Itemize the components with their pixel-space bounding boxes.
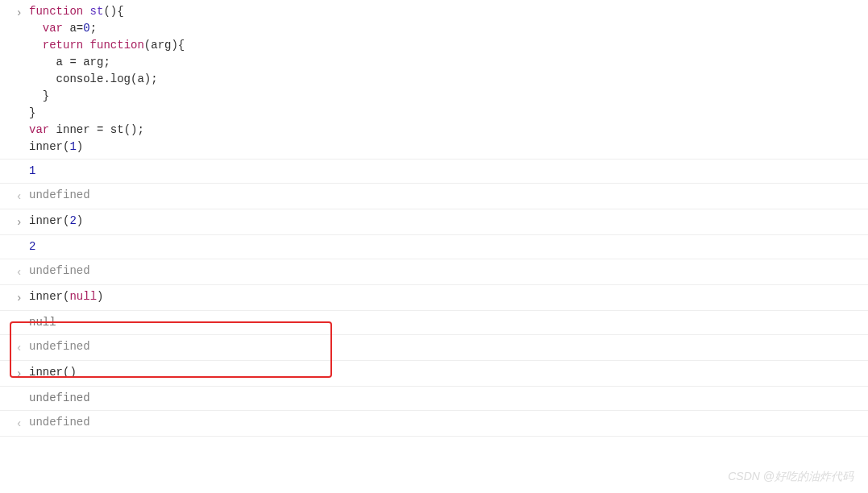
code-text: a = arg; bbox=[29, 56, 110, 68]
input-marker-icon bbox=[0, 364, 29, 383]
console-input-row[interactable]: inner() bbox=[0, 361, 868, 387]
output-marker-icon bbox=[0, 338, 29, 357]
punct: ) bbox=[77, 140, 83, 153]
blank-marker bbox=[0, 314, 29, 331]
keyword-var: var bbox=[29, 123, 49, 136]
keyword-var: var bbox=[29, 22, 63, 35]
console-return-row: undefined bbox=[0, 335, 868, 361]
number: 1 bbox=[69, 140, 76, 153]
punct: (arg){ bbox=[144, 39, 185, 52]
log-output: undefined bbox=[29, 390, 868, 407]
identifier: st bbox=[83, 5, 103, 18]
log-output: 1 bbox=[29, 163, 868, 180]
console-return-row: undefined bbox=[0, 184, 868, 209]
output-marker-icon bbox=[0, 263, 29, 281]
input-marker-icon bbox=[0, 3, 29, 155]
code-text: } bbox=[29, 89, 49, 102]
code-block: inner(2) bbox=[29, 213, 868, 231]
console-input-row[interactable]: inner(2) bbox=[0, 209, 868, 235]
return-value: undefined bbox=[29, 263, 868, 281]
code-block: function st(){ var a=0; return function(… bbox=[29, 3, 868, 155]
punct: ; bbox=[90, 22, 97, 35]
code-text: inner( bbox=[29, 214, 69, 227]
output-marker-icon bbox=[0, 414, 29, 433]
console-log-row: 2 bbox=[0, 235, 868, 259]
blank-marker bbox=[0, 390, 29, 407]
console-log-row: null bbox=[0, 311, 868, 335]
code-text: inner( bbox=[29, 290, 69, 303]
punct: ) bbox=[77, 214, 83, 227]
code-text: a= bbox=[63, 22, 83, 35]
console-return-row: undefined bbox=[0, 259, 868, 285]
code-text: } bbox=[29, 106, 35, 119]
console-input-row[interactable]: inner(null) bbox=[0, 285, 868, 311]
console-input-row[interactable]: function st(){ var a=0; return function(… bbox=[0, 0, 868, 160]
code-block: inner() bbox=[29, 364, 868, 383]
keyword-return: return bbox=[29, 39, 83, 52]
keyword-function: function bbox=[83, 39, 144, 52]
return-value: undefined bbox=[29, 187, 868, 205]
input-marker-icon bbox=[0, 288, 29, 307]
console-log-row: undefined bbox=[0, 387, 868, 411]
punct: (){ bbox=[103, 5, 123, 18]
console-log-row: 1 bbox=[0, 160, 868, 184]
output-marker-icon bbox=[0, 187, 29, 205]
return-value: undefined bbox=[29, 338, 868, 357]
log-output: null bbox=[29, 314, 868, 331]
console-return-row: undefined bbox=[0, 411, 868, 437]
code-block: inner(null) bbox=[29, 288, 868, 307]
punct: ) bbox=[97, 290, 103, 303]
code-text: console.log(a); bbox=[29, 72, 158, 85]
keyword-function: function bbox=[29, 5, 83, 18]
code-text: inner = st(); bbox=[49, 123, 144, 136]
watermark: CSDN @好吃的油炸代码 bbox=[728, 468, 853, 485]
console-panel: function st(){ var a=0; return function(… bbox=[0, 0, 868, 493]
blank-marker bbox=[0, 163, 29, 180]
input-marker-icon bbox=[0, 213, 29, 231]
null-literal: null bbox=[69, 290, 97, 303]
log-output: 2 bbox=[29, 238, 868, 255]
blank-marker bbox=[0, 238, 29, 255]
number: 2 bbox=[69, 214, 76, 227]
return-value: undefined bbox=[29, 414, 868, 433]
code-text: inner( bbox=[29, 140, 69, 153]
number: 0 bbox=[83, 22, 89, 35]
